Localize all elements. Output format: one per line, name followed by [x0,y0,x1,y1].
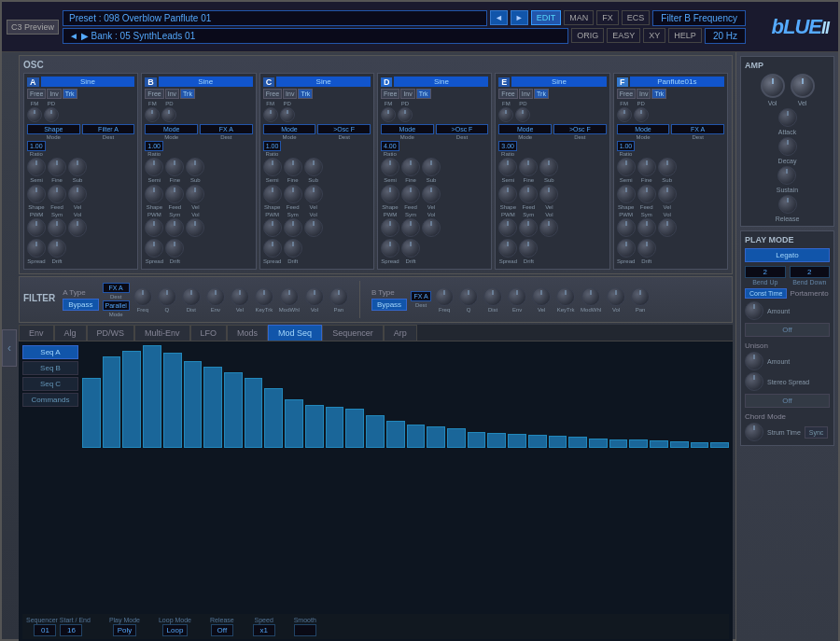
commands-btn[interactable]: Commands [22,393,78,407]
op-e-sym[interactable] [519,218,538,237]
filter-a-vel[interactable] [231,287,249,306]
ecs-button[interactable]: ECS [622,10,651,25]
scroll-handle[interactable]: ‹ [2,329,17,367]
op-e-trk[interactable]: Trk [534,89,549,99]
op-f-free[interactable]: Free [617,89,636,99]
filter-b-vel[interactable] [532,287,551,306]
seq-start-val[interactable]: 01 [34,624,56,636]
op-f-fine[interactable] [637,158,656,176]
op-c-vel[interactable] [304,185,323,203]
seq-bar-7[interactable] [224,372,243,448]
const-time-button[interactable]: Const Time [745,288,787,299]
filter-a-bypass[interactable]: Bypass [63,299,98,311]
seq-bar-1[interactable] [103,356,121,448]
strum-time-knob[interactable] [745,423,763,441]
op-d-inv[interactable]: Inv [400,89,414,99]
seq-bar-25[interactable] [589,439,608,448]
op-c-trk[interactable]: Trk [298,89,313,99]
op-b-vel[interactable] [186,185,204,203]
seq-speed-val[interactable]: x1 [253,624,275,636]
op-a-inv[interactable]: Inv [47,89,61,99]
op-d-fine[interactable] [401,158,420,176]
filter-b-keytrk[interactable] [556,287,575,306]
seq-bar-2[interactable] [122,351,141,448]
seq-bar-28[interactable] [650,440,668,448]
op-a-fine[interactable] [48,158,66,176]
op-f-pd-knob[interactable] [634,107,649,122]
op-b-fm-knob[interactable] [145,107,160,122]
op-b-pd-knob[interactable] [161,107,176,122]
seq-bar-4[interactable] [163,353,182,448]
orig-button[interactable]: ORIG [571,28,604,43]
seq-bar-9[interactable] [264,388,283,448]
op-f-shape[interactable] [617,185,636,203]
op-c-wave[interactable]: Sine [276,77,371,87]
op-e-drift[interactable] [519,239,538,258]
bend-up-val[interactable]: 2 [745,266,786,278]
op-d-free[interactable]: Free [381,89,399,99]
seq-bar-24[interactable] [568,437,587,448]
amp-vol-knob[interactable] [761,74,785,98]
seq-bar-22[interactable] [528,435,547,448]
op-c-sub[interactable] [304,158,323,176]
seq-bar-5[interactable] [184,361,203,448]
filter-a-freq[interactable] [133,287,152,306]
op-c-free[interactable]: Free [263,89,282,99]
op-b-feed[interactable] [165,185,184,203]
sync-button[interactable]: Sync [805,426,829,439]
op-d-wave[interactable]: Sine [394,77,488,87]
op-c-spread[interactable] [263,239,282,258]
op-a-semi[interactable] [27,158,46,176]
op-a-spread[interactable] [27,239,46,258]
seq-loop-mode-val[interactable]: Loop [162,624,189,636]
filter-a-dist[interactable] [182,287,201,306]
op-e-semi[interactable] [498,158,517,176]
chord-mode-button[interactable]: Off [745,394,830,408]
seq-bar-21[interactable] [508,434,526,448]
op-b-shape[interactable] [145,185,163,203]
op-a-wave[interactable]: Sine [41,77,135,87]
op-a-shape[interactable] [27,185,46,203]
op-f-pwm[interactable] [617,218,636,237]
seq-bar-31[interactable] [710,442,729,448]
amp-release-knob[interactable] [778,195,797,214]
op-f-trk[interactable]: Trk [651,89,666,99]
op-d-spread[interactable] [381,239,399,258]
portamento-amount-knob[interactable] [745,301,763,320]
tab-mods[interactable]: Mods [227,325,268,341]
op-f-spread[interactable] [617,239,636,258]
op-c-sym[interactable] [284,218,302,237]
op-a-pwm[interactable] [27,218,46,237]
op-c-semi[interactable] [263,158,282,176]
easy-button[interactable]: EASY [607,28,640,43]
op-e-spread[interactable] [498,239,517,258]
op-f-sym[interactable] [637,218,656,237]
op-c-pd-knob[interactable] [280,107,295,122]
op-c-fine[interactable] [284,158,302,176]
tab-modseq[interactable]: Mod Seq [268,325,322,341]
op-e-vel[interactable] [539,185,558,203]
seq-bar-19[interactable] [468,432,486,448]
op-c-vol[interactable] [304,218,323,237]
tab-arp[interactable]: Arp [384,325,417,341]
op-e-shape[interactable] [498,185,517,203]
seq-bar-16[interactable] [407,425,426,448]
op-c-feed[interactable] [284,185,302,203]
op-d-semi[interactable] [381,158,399,176]
seq-bar-13[interactable] [345,409,364,448]
help-button[interactable]: HELP [668,28,702,43]
seq-play-mode-val[interactable]: Poly [113,624,137,636]
edit-button[interactable]: EDIT [531,10,562,25]
op-d-vol[interactable] [422,218,441,237]
seq-bar-8[interactable] [245,378,263,448]
unison-amount-knob[interactable] [745,352,763,370]
op-d-feed[interactable] [401,185,420,203]
filter-b-modwhl[interactable] [581,287,600,306]
op-f-sub[interactable] [658,158,677,176]
op-e-wave[interactable]: Sine [511,77,606,87]
filter-a-keytrk[interactable] [255,287,273,306]
seq-bar-12[interactable] [326,407,344,448]
seq-bar-10[interactable] [285,399,303,448]
op-e-feed[interactable] [519,185,538,203]
op-d-sub[interactable] [422,158,441,176]
